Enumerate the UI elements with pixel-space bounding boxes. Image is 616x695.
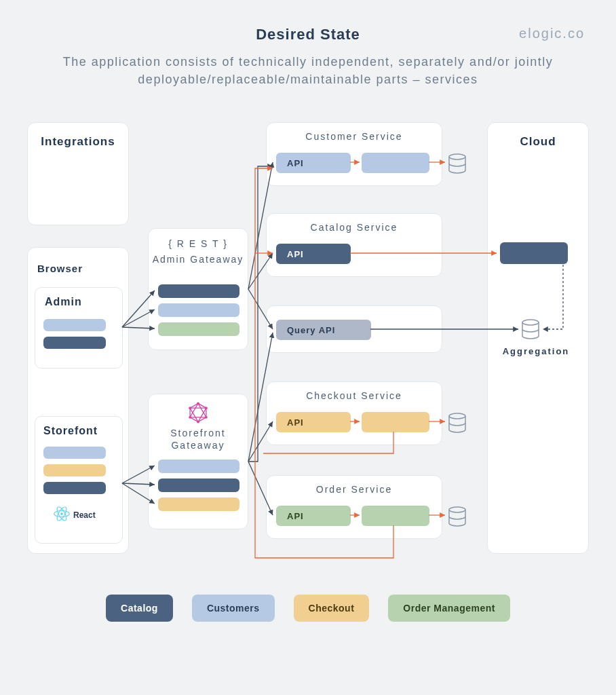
integrations-label: Integrations <box>28 135 128 149</box>
storefront-label: Storefont <box>43 425 98 437</box>
db-icon-customer <box>448 153 467 174</box>
sf-gw-bar-checkout <box>158 497 239 511</box>
catalog-service-box: Catalog Service API <box>266 213 442 277</box>
catalog-service-title: Catalog Service <box>267 222 442 233</box>
storefront-gateway-box: Storefront Gateaway <box>148 394 248 529</box>
integrations-box: Integrations <box>27 122 129 225</box>
legend: Catalog Customers Checkout Order Managem… <box>0 595 616 622</box>
svg-point-13 <box>449 507 465 512</box>
aggregation-label: Aggregation <box>495 346 577 356</box>
svg-point-5 <box>197 402 199 405</box>
query-api: Query API <box>276 320 371 340</box>
db-icon-checkout <box>448 413 467 433</box>
db-icon-aggregation <box>521 319 540 339</box>
svg-point-10 <box>189 407 191 409</box>
svg-point-11 <box>449 154 465 159</box>
sf-gw-bar-customers <box>158 459 239 473</box>
browser-box: Browser Admin Storefont React <box>27 247 129 554</box>
admin-bar-customers <box>43 319 106 331</box>
checkout-module <box>362 412 429 432</box>
svg-point-6 <box>205 407 208 409</box>
diagram-subtitle: The application consists of technically … <box>41 53 575 88</box>
legend-customers: Customers <box>192 595 275 622</box>
storefront-box: Storefont React <box>35 416 123 544</box>
brand-label: elogic.co <box>519 26 585 41</box>
admin-gw-bar-customers <box>158 303 239 317</box>
admin-gw-bar-order <box>158 322 239 336</box>
catalog-api: API <box>276 244 351 264</box>
react-label: React <box>73 510 96 520</box>
order-api: API <box>276 506 351 526</box>
order-api-label: API <box>287 506 304 526</box>
query-box: Query API <box>266 305 442 353</box>
svg-point-8 <box>197 421 199 424</box>
cloud-catalog-block <box>500 242 568 264</box>
legend-catalog: Catalog <box>106 595 173 622</box>
customer-api: API <box>276 153 351 173</box>
react-badge: React <box>52 504 96 527</box>
admin-label: Admin <box>45 296 82 308</box>
checkout-api: API <box>276 412 351 432</box>
storefront-gateway-title: Storefront Gateaway <box>149 427 248 451</box>
admin-gateway-rest: { R E S T } <box>149 238 248 249</box>
checkout-service-box: Checkout Service API <box>266 381 442 445</box>
svg-point-12 <box>449 413 465 419</box>
order-module <box>362 506 429 526</box>
checkout-service-title: Checkout Service <box>267 390 442 401</box>
storefront-bar-customers <box>43 447 106 459</box>
customer-service-box: Customer Service API <box>266 122 442 186</box>
order-service-box: Order Service API <box>266 475 442 539</box>
svg-point-3 <box>60 512 63 515</box>
storefront-bar-catalog <box>43 482 106 494</box>
db-icon-order <box>448 506 467 527</box>
sf-gw-bar-catalog <box>158 478 239 492</box>
browser-label: Browser <box>37 263 83 274</box>
admin-bar-catalog <box>43 337 106 349</box>
customer-module <box>362 153 429 173</box>
svg-point-9 <box>189 416 191 419</box>
customer-api-label: API <box>287 153 304 173</box>
react-icon <box>52 504 72 527</box>
graphql-icon <box>149 401 248 427</box>
legend-checkout: Checkout <box>294 595 370 622</box>
checkout-api-label: API <box>287 412 304 432</box>
catalog-api-label: API <box>287 244 304 264</box>
admin-gw-bar-catalog <box>158 284 239 298</box>
svg-point-14 <box>522 320 539 325</box>
customer-service-title: Customer Service <box>267 131 442 142</box>
svg-point-7 <box>205 416 208 419</box>
legend-order: Order Management <box>388 595 510 622</box>
admin-box: Admin <box>35 287 123 369</box>
order-service-title: Order Service <box>267 484 442 495</box>
cloud-label: Cloud <box>488 135 588 149</box>
admin-gateway-box: { R E S T } Admin Gateaway <box>148 228 248 350</box>
storefront-bar-checkout <box>43 464 106 476</box>
admin-gateway-title: Admin Gateaway <box>149 253 248 265</box>
query-api-label: Query API <box>287 320 335 340</box>
